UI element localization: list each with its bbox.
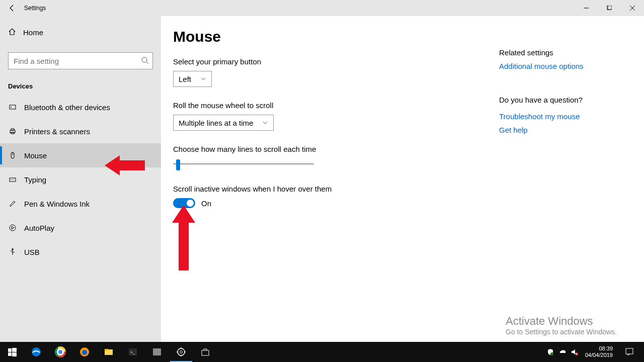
main-content: Mouse Select your primary button Left Ro… (161, 16, 644, 342)
additional-mouse-options-link[interactable]: Additional mouse options (499, 62, 625, 70)
svg-point-41 (180, 351, 183, 353)
inactive-windows-label: Scroll inactive windows when I hover ove… (173, 185, 644, 193)
system-tray[interactable]: 08:39 04/04/2019 (546, 342, 644, 362)
activate-title: Activate Windows (506, 315, 617, 328)
activate-windows-watermark: Activate Windows Go to Settings to activ… (506, 315, 617, 336)
taskbar-firefox[interactable] (72, 342, 97, 362)
taskbar-terminal[interactable]: >_ (121, 342, 145, 362)
activate-subtitle: Go to Settings to activate Windows. (506, 328, 617, 336)
tray-volume-icon[interactable] (570, 347, 579, 356)
svg-point-5 (142, 57, 147, 62)
taskbar-chrome[interactable] (48, 342, 72, 362)
back-button[interactable] (0, 0, 24, 16)
minimize-button[interactable] (575, 0, 598, 16)
scroll-lines-slider[interactable] (173, 158, 314, 170)
svg-marker-22 (172, 205, 195, 270)
page-title: Mouse (173, 28, 644, 45)
taskbar-edge[interactable] (24, 342, 48, 362)
scroll-lines-label: Choose how many lines to scroll each tim… (173, 145, 644, 153)
svg-point-40 (178, 348, 185, 355)
svg-rect-36 (105, 349, 108, 350)
sidebar-item-printers[interactable]: Printers & scanners (0, 119, 161, 143)
svg-rect-51 (626, 348, 633, 354)
roll-wheel-select[interactable]: Multiple lines at a time (173, 115, 274, 131)
related-settings-heading: Related settings (499, 48, 625, 57)
sidebar-home-label: Home (23, 28, 43, 37)
svg-point-18 (10, 225, 16, 231)
right-column: Related settings Additional mouse option… (499, 48, 625, 139)
svg-point-32 (58, 350, 62, 354)
sidebar-item-label: Pen & Windows Ink (24, 200, 90, 208)
printer-icon (8, 127, 17, 136)
slider-thumb[interactable] (176, 159, 180, 170)
sidebar-section-label: Devices (0, 69, 161, 95)
chevron-down-icon (262, 119, 268, 127)
svg-rect-39 (153, 348, 161, 355)
close-button[interactable] (621, 0, 644, 16)
sidebar-item-label: Printers & scanners (24, 127, 90, 136)
tray-onedrive-icon[interactable] (558, 347, 567, 356)
taskbar-app[interactable] (145, 342, 169, 362)
search-icon (141, 56, 149, 66)
annotation-arrow-up (171, 205, 196, 270)
sidebar-home[interactable]: Home (0, 20, 161, 44)
sidebar-item-label: USB (24, 248, 40, 256)
home-icon (8, 28, 16, 37)
svg-rect-26 (12, 352, 17, 356)
svg-rect-23 (8, 348, 12, 352)
toggle-state-label: On (201, 199, 211, 208)
svg-marker-21 (105, 155, 145, 175)
svg-text:>_: >_ (130, 350, 135, 354)
keyboard-icon (8, 175, 17, 184)
svg-point-34 (82, 350, 87, 355)
taskbar-explorer[interactable] (97, 342, 121, 362)
search-input[interactable] (8, 52, 153, 69)
svg-rect-7 (10, 105, 16, 109)
taskbar-store[interactable] (193, 342, 217, 362)
usb-icon (8, 247, 17, 256)
autoplay-icon (8, 223, 17, 232)
start-button[interactable] (0, 342, 24, 362)
taskbar-clock[interactable]: 08:39 04/04/2019 (582, 345, 616, 358)
sidebar-item-label: AutoPlay (24, 224, 54, 232)
annotation-arrow-left (105, 153, 145, 178)
svg-rect-46 (202, 350, 209, 355)
svg-point-47 (550, 352, 553, 355)
svg-point-8 (11, 107, 12, 108)
sidebar-item-autoplay[interactable]: AutoPlay (0, 216, 161, 240)
tray-security-icon[interactable] (546, 347, 555, 356)
sidebar-item-bluetooth[interactable]: Bluetooth & other devices (0, 95, 161, 119)
svg-rect-24 (12, 348, 17, 352)
maximize-button[interactable] (598, 0, 621, 16)
taskbar-time: 08:39 (585, 345, 613, 352)
sidebar-item-pen[interactable]: Pen & Windows Ink (0, 192, 161, 216)
primary-button-select[interactable]: Left (173, 71, 212, 87)
get-help-link[interactable]: Get help (499, 126, 625, 134)
select-value: Multiple lines at a time (179, 119, 253, 127)
slider-track (173, 163, 314, 164)
bluetooth-icon (8, 103, 17, 112)
mouse-icon (8, 151, 17, 160)
taskbar-settings[interactable] (169, 342, 193, 362)
notification-center-button[interactable] (619, 342, 640, 362)
taskbar: >_ 08:39 04/04/2019 (0, 342, 644, 362)
sidebar-item-label: Mouse (24, 151, 47, 160)
svg-rect-10 (11, 129, 14, 130)
svg-rect-2 (608, 6, 612, 10)
svg-line-6 (146, 62, 148, 64)
pen-icon (8, 199, 17, 208)
taskbar-date: 04/04/2019 (585, 352, 613, 358)
search-container (8, 52, 153, 69)
troubleshoot-link[interactable]: Troubleshoot my mouse (499, 112, 625, 121)
chevron-down-icon (200, 75, 206, 83)
sidebar-item-label: Typing (24, 175, 46, 184)
question-heading: Do you have a question? (499, 96, 625, 104)
sidebar-item-label: Bluetooth & other devices (24, 103, 110, 112)
sidebar-item-usb[interactable]: USB (0, 240, 161, 264)
window-title: Settings (24, 5, 46, 12)
sidebar: Home Devices Bluetooth & other devices P… (0, 16, 161, 342)
titlebar: Settings (0, 0, 644, 16)
svg-rect-25 (8, 352, 12, 356)
select-value: Left (179, 75, 191, 83)
